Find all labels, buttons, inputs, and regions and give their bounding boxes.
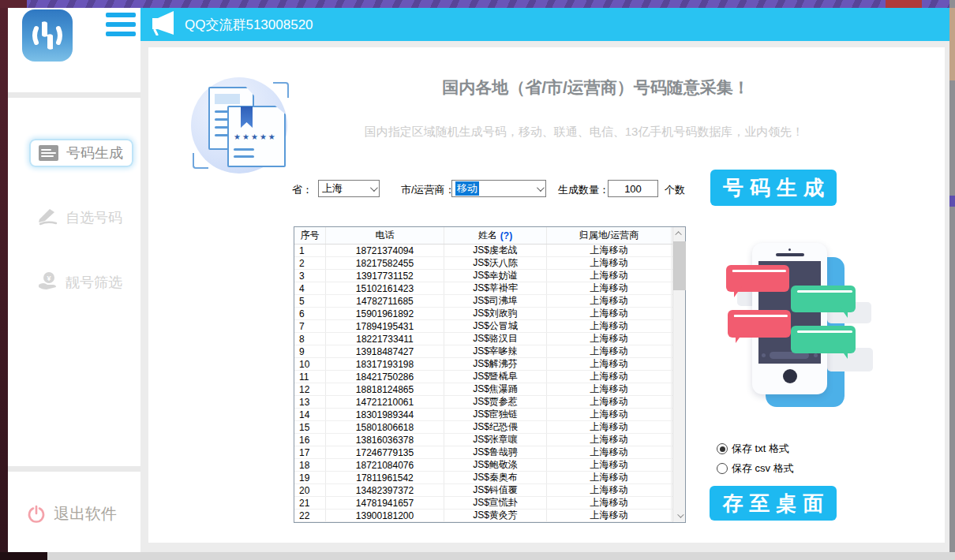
cell-index: 7 [294, 320, 326, 332]
chat-bubble-green [791, 286, 856, 312]
sidebar: 号码生成 自选号码 ¥ 靓号筛选 退出软件 [8, 8, 140, 552]
phone-chat-illustration [709, 235, 876, 415]
cell-carrier: 上海移动 [547, 434, 672, 446]
cell-name: JS$钭值覆 [444, 484, 547, 496]
scroll-down-icon[interactable] [673, 510, 686, 522]
results-table: 序号 电话 姓名 (?) 归属地/运营商 1 18721374094 JS$虔老… [294, 226, 686, 523]
document-list-icon [39, 145, 58, 161]
desktop-background-bottom-left [0, 552, 47, 560]
document-front-icon: ★★★★★ [227, 106, 286, 167]
cell-index: 9 [294, 345, 326, 357]
cell-name: JS$宦独链 [444, 409, 547, 420]
phone-home-button-shape [783, 369, 797, 383]
pen-icon [37, 207, 58, 230]
table-row[interactable]: 20 13482397372 JS$钭值覆 上海移动 [294, 484, 685, 497]
table-row[interactable]: 4 15102161423 JS$莘褂牢 上海移动 [294, 282, 685, 295]
cell-carrier: 上海移动 [547, 257, 672, 269]
qq-group-announcement: QQ交流群513008520 [185, 16, 313, 34]
table-header-row: 序号 电话 姓名 (?) 归属地/运营商 [294, 227, 685, 245]
city-carrier-label: 市/运营商： [401, 183, 455, 197]
chevron-down-icon [537, 184, 545, 192]
cell-name: JS$虔老战 [444, 245, 547, 256]
save-txt-radio[interactable]: 保存 txt 格式 [717, 442, 789, 456]
generate-numbers-button[interactable]: 号码生成 [710, 170, 837, 206]
sidebar-item-number-generate[interactable]: 号码生成 [29, 139, 133, 167]
quantity-input[interactable] [608, 180, 658, 197]
cell-carrier: 上海移动 [547, 510, 672, 521]
city-carrier-selected-value: 移动 [455, 181, 479, 196]
cell-index: 18 [294, 459, 326, 471]
cell-carrier: 上海移动 [547, 320, 672, 332]
cell-phone: 13482397372 [326, 484, 444, 496]
desktop-background-top [0, 0, 955, 8]
menu-hamburger-icon[interactable] [106, 13, 136, 36]
documents-illustration: ★★★★★ [191, 76, 290, 175]
scrollbar-thumb[interactable] [673, 241, 686, 290]
table-row[interactable]: 19 17811961542 JS$秦奥布 上海移动 [294, 472, 685, 484]
province-select[interactable]: 上海 [318, 180, 380, 197]
chat-bubble-pink [728, 310, 791, 338]
table-row[interactable]: 7 17894195431 JS$公冒城 上海移动 [294, 320, 685, 333]
sidebar-item-label: 靓号筛选 [66, 273, 122, 292]
cell-name: JS$贾参惹 [444, 396, 547, 408]
scroll-up-icon[interactable] [673, 227, 686, 240]
table-row[interactable]: 6 15901961892 JS$刘敌驹 上海移动 [294, 308, 685, 320]
cell-phone: 13917731152 [326, 270, 444, 282]
desktop-background-right-purple [949, 196, 955, 207]
cell-phone: 15801806618 [326, 421, 444, 433]
table-body: 1 18721374094 JS$虔老战 上海移动 2 18217582455 … [294, 245, 685, 522]
sidebar-item-custom-number[interactable]: 自选号码 [29, 203, 133, 232]
table-row[interactable]: 11 18421750286 JS$暨橇阜 上海移动 [294, 371, 685, 383]
save-to-desktop-button[interactable]: 存至桌面 [710, 486, 837, 521]
cell-index: 2 [294, 257, 326, 269]
cell-index: 21 [294, 497, 326, 509]
cell-carrier: 上海移动 [547, 446, 672, 458]
save-csv-label: 保存 csv 格式 [732, 461, 794, 476]
cell-phone: 18818124865 [326, 383, 444, 395]
table-row[interactable]: 17 17246779135 JS$鲁哉骋 上海移动 [294, 446, 685, 459]
cell-phone: 14781941657 [326, 497, 444, 509]
cell-phone: 13900181200 [326, 510, 444, 521]
cell-phone: 18421750286 [326, 371, 444, 383]
desktop-taskbar-strip [0, 552, 955, 560]
cell-name: JS$宰哆辣 [444, 345, 547, 357]
table-row[interactable]: 10 18317193198 JS$解沸芬 上海移动 [294, 358, 685, 371]
table-row[interactable]: 21 14781941657 JS$宣慌卦 上海移动 [294, 497, 685, 510]
table-row[interactable]: 14 18301989344 JS$宦独链 上海移动 [294, 409, 685, 421]
app-logo-icon [22, 9, 73, 62]
svg-text:¥: ¥ [47, 274, 51, 282]
desktop-background-top-left [0, 0, 27, 8]
table-row[interactable]: 9 13918487427 JS$宰哆辣 上海移动 [294, 345, 685, 358]
table-row[interactable]: 18 18721084076 JS$鲍敬涤 上海移动 [294, 459, 685, 472]
exit-app-button[interactable]: 退出软件 [27, 503, 117, 525]
desktop-background-right-patch [949, 8, 955, 80]
table-row[interactable]: 12 18818124865 JS$焦瀑踊 上海移动 [294, 383, 685, 396]
name-help-link[interactable]: (?) [500, 230, 512, 241]
desktop-background-red-patch [886, 0, 922, 8]
table-row[interactable]: 16 13816036378 JS$张章嚷 上海移动 [294, 434, 685, 446]
table-row[interactable]: 13 14721210061 JS$贾参惹 上海移动 [294, 396, 685, 409]
announcement-bar: QQ交流群513008520 [140, 8, 949, 41]
power-icon [27, 505, 46, 524]
table-row[interactable]: 8 18221733411 JS$骆汉目 上海移动 [294, 333, 685, 345]
cell-index: 8 [294, 333, 326, 345]
save-csv-radio[interactable]: 保存 csv 格式 [717, 461, 794, 476]
table-row[interactable]: 22 13900181200 JS$黄灸芳 上海移动 [294, 510, 685, 522]
sidebar-divider [8, 466, 140, 472]
cell-index: 1 [294, 245, 326, 256]
table-row[interactable]: 1 18721374094 JS$虔老战 上海移动 [294, 245, 685, 257]
header-phone: 电话 [326, 227, 444, 244]
table-row[interactable]: 5 14782711685 JS$司沸埠 上海移动 [294, 295, 685, 308]
city-carrier-select[interactable]: 移动 [451, 180, 546, 197]
table-scrollbar[interactable] [672, 227, 685, 522]
cell-phone: 18721084076 [326, 459, 444, 471]
header-name-label: 姓名 [478, 229, 497, 242]
cell-carrier: 上海移动 [547, 345, 672, 357]
table-row[interactable]: 3 13917731152 JS$幸妨谥 上海移动 [294, 270, 685, 282]
table-row[interactable]: 15 15801806618 JS$纪恐偎 上海移动 [294, 421, 685, 434]
cell-carrier: 上海移动 [547, 295, 672, 307]
cell-phone: 13816036378 [326, 434, 444, 446]
cell-carrier: 上海移动 [547, 245, 672, 256]
sidebar-item-nice-number-filter[interactable]: ¥ 靓号筛选 [29, 268, 133, 297]
table-row[interactable]: 2 18217582455 JS$沃八陈 上海移动 [294, 257, 685, 270]
